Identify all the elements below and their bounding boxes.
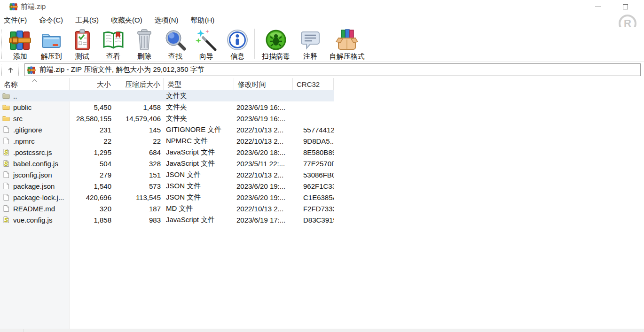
file-row[interactable]: Sbabel.config.js504328JavaScript 文件2023/… <box>0 158 334 169</box>
menu-item-help[interactable]: 帮助(H) <box>190 14 214 27</box>
file-name-cell: package-lock.j... <box>0 193 70 201</box>
toolbar-button-delete[interactable]: 删除 <box>129 27 160 61</box>
file-row[interactable]: README.md320187MD 文件2022/10/13 2...F2FD7… <box>0 203 334 214</box>
file-icon <box>2 182 10 190</box>
toolbar-button-scan-virus[interactable]: 扫描病毒 <box>256 27 296 61</box>
file-row[interactable]: package.json1,540573JSON 文件2023/6/20 19:… <box>0 180 334 192</box>
file-packed-size-cell: 684 <box>114 148 164 156</box>
file-type-cell: 文件夹 <box>164 114 234 123</box>
up-one-level-button[interactable] <box>4 63 17 76</box>
file-row[interactable]: .gitignore231145GITIGNORE 文件2022/10/13 2… <box>0 124 334 135</box>
file-name: .postcssrc.js <box>13 148 52 156</box>
column-header-type[interactable]: 类型 <box>164 78 234 90</box>
file-type-cell: MD 文件 <box>164 204 234 213</box>
menu-item-file[interactable]: 文件(F) <box>4 14 27 27</box>
toolbar-button-test[interactable]: 测试 <box>67 27 98 61</box>
toolbar-gripper <box>1 30 2 59</box>
toolbar-button-wizard[interactable]: 向导 <box>191 27 222 61</box>
file-row[interactable]: ..文件夹 <box>0 90 334 101</box>
column-header-size[interactable]: 大小 <box>70 78 114 90</box>
file-name: .. <box>13 92 17 100</box>
file-crc32-cell: 53086FB0 <box>293 171 334 179</box>
toolbar-button-sfx[interactable]: 自解压格式 <box>325 27 369 61</box>
file-size-cell: 231 <box>70 126 114 134</box>
toolbar-button-view[interactable]: 查看 <box>98 27 129 61</box>
file-name-cell: Sbabel.config.js <box>0 160 70 168</box>
toolbar-button-info[interactable]: 信息 <box>222 27 253 61</box>
file-size-cell: 1,540 <box>70 182 114 190</box>
file-packed-size-cell: 151 <box>114 171 164 179</box>
toolbar-button-label: 信息 <box>230 52 244 61</box>
file-size-cell: 5,450 <box>70 103 114 111</box>
file-crc32-cell: 55774412 <box>293 126 334 134</box>
file-size-cell: 320 <box>70 205 114 213</box>
column-header-crc[interactable]: CRC32 <box>293 78 334 90</box>
file-modified-cell: 2023/6/20 19:... <box>234 182 293 190</box>
file-type-cell: 文件夹 <box>164 92 234 100</box>
file-crc32-cell: 9D8DA5... <box>293 137 334 145</box>
file-name-cell: package.json <box>0 182 70 190</box>
sfx-box-icon <box>336 29 358 51</box>
file-name-cell: .npmrc <box>0 137 70 145</box>
file-size-cell: 22 <box>70 137 114 145</box>
comment-bubble-icon <box>299 29 322 51</box>
file-icon <box>2 171 10 178</box>
maximize-button[interactable] <box>615 0 636 13</box>
toolbar: 添加解压到测试查看删除查找向导信息扫描病毒注释自解压格式 <box>0 27 644 62</box>
file-packed-size-cell: 187 <box>114 205 164 213</box>
column-header-packed[interactable]: 压缩后大小 <box>114 78 164 90</box>
column-header-modified[interactable]: 修改时间 <box>234 78 293 90</box>
file-crc32-cell: 962F1C33 <box>293 182 334 190</box>
maximize-icon <box>623 4 628 9</box>
file-packed-size-cell: 113,545 <box>114 193 164 201</box>
file-row[interactable]: jsconfig.json279151JSON 文件2022/10/13 2..… <box>0 169 334 180</box>
file-type-cell: JavaScript 文件 <box>164 148 234 157</box>
toolbar-button-label: 自解压格式 <box>330 52 365 61</box>
file-icon <box>2 205 10 212</box>
file-row[interactable]: S.postcssrc.js1,295684JavaScript 文件2023/… <box>0 147 334 158</box>
toolbar-button-add[interactable]: 添加 <box>5 27 36 61</box>
menu-item-commands[interactable]: 命令(C) <box>39 14 63 27</box>
file-name-cell: S.postcssrc.js <box>0 148 70 156</box>
file-crc32-cell: F2FD7332 <box>293 205 334 213</box>
file-modified-cell: 2023/6/20 18:... <box>234 148 293 156</box>
file-row[interactable]: src28,580,15514,579,406文件夹2023/6/19 16:.… <box>0 113 334 124</box>
file-type-cell: NPMRC 文件 <box>164 137 234 146</box>
file-crc32-cell: 77E2570D <box>293 160 334 168</box>
file-packed-size-cell: 22 <box>114 137 164 145</box>
svg-text:S: S <box>4 217 8 224</box>
file-name: jsconfig.json <box>13 171 52 179</box>
menu-item-options[interactable]: 选项(N) <box>155 14 179 27</box>
file-row[interactable]: package-lock.j...420,696113,545JSON 文件20… <box>0 192 334 203</box>
winrar-window: 前端.zip 文件(F)命令(C)工具(S)收藏夹(O)选项(N)帮助(H) R… <box>0 0 644 332</box>
archive-info-text: 前端.zip - ZIP 压缩文件, 解包大小为 29,012,350 字节 <box>39 65 204 74</box>
file-name: package.json <box>13 182 55 190</box>
sort-ascending-icon <box>33 79 37 83</box>
file-type-cell: GITIGNORE 文件 <box>164 125 234 134</box>
file-row[interactable]: .npmrc2222NPMRC 文件2022/10/13 2...9D8DA5.… <box>0 135 334 147</box>
file-name: vue.config.js <box>13 216 52 224</box>
archive-path-field[interactable]: 前端.zip - ZIP 压缩文件, 解包大小为 29,012,350 字节 <box>24 63 641 76</box>
address-bar-gripper <box>18 64 19 76</box>
menu-item-favorites[interactable]: 收藏夹(O) <box>111 14 142 27</box>
file-modified-cell: 2023/6/19 16:... <box>234 115 293 123</box>
minimize-button[interactable] <box>588 0 608 13</box>
svg-text:S: S <box>4 161 8 167</box>
title-bar: 前端.zip <box>0 0 644 13</box>
toolbar-button-comment[interactable]: 注释 <box>296 27 325 61</box>
delete-trash-icon <box>133 29 156 51</box>
file-name: README.md <box>13 205 55 213</box>
info-circle-icon <box>226 29 249 51</box>
file-row[interactable]: public5,4501,458文件夹2023/6/19 16:... <box>0 101 334 113</box>
toolbar-button-extract-to[interactable]: 解压到 <box>36 27 67 61</box>
file-row[interactable]: Svue.config.js1,858983JavaScript 文件2023/… <box>0 214 334 225</box>
menu-item-tools[interactable]: 工具(S) <box>75 14 99 27</box>
column-header-name[interactable]: 名称 <box>0 78 70 90</box>
window-title: 前端.zip <box>21 2 46 11</box>
toolbar-button-find[interactable]: 查找 <box>160 27 191 61</box>
file-icon <box>2 126 10 133</box>
file-packed-size-cell: 573 <box>114 182 164 190</box>
file-name: babel.config.js <box>13 160 58 168</box>
file-crc32-cell: D83C3919 <box>293 216 334 224</box>
file-icon <box>2 193 10 201</box>
